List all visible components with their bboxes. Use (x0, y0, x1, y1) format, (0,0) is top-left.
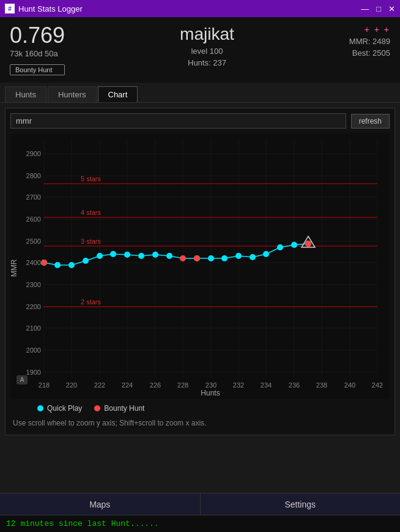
svg-text:2100: 2100 (26, 324, 41, 332)
bountyhunt-dot (94, 405, 100, 411)
tabs: Hunts Hunters Chart (0, 83, 400, 103)
maximize-button[interactable]: □ (376, 4, 381, 13)
titlebar-left: # Hunt Stats Logger (5, 4, 83, 13)
svg-point-68 (166, 253, 172, 259)
svg-text:232: 232 (233, 381, 244, 389)
svg-point-78 (41, 260, 47, 266)
svg-text:5 stars: 5 stars (81, 175, 102, 182)
player-name: majikat (180, 24, 234, 44)
tab-chart[interactable]: Chart (98, 86, 138, 102)
svg-point-76 (291, 242, 297, 248)
settings-button[interactable]: Settings (201, 493, 401, 515)
svg-text:218: 218 (39, 381, 50, 389)
svg-point-81 (305, 241, 311, 247)
svg-text:2300: 2300 (26, 281, 41, 288)
header: 0.769 73k 160d 50a Bounty Hunt majikat l… (0, 17, 400, 83)
chart-svg-container: 1900 2000 2100 2200 2300 2400 2500 2600 … (10, 133, 390, 399)
app-title: Hunt Stats Logger (18, 4, 83, 13)
stat-left: 0.769 73k 160d 50a Bounty Hunt (10, 24, 65, 75)
stat-center: majikat level 100 Hunts: 237 (180, 24, 234, 67)
app-icon: # (5, 4, 15, 13)
svg-point-79 (180, 255, 186, 261)
svg-point-60 (54, 262, 61, 268)
svg-point-65 (124, 252, 130, 258)
minimize-button[interactable]: — (361, 4, 369, 13)
svg-text:2 stars: 2 stars (81, 298, 102, 305)
svg-text:A: A (20, 377, 24, 383)
svg-point-72 (235, 253, 242, 259)
svg-point-66 (138, 253, 144, 259)
svg-text:236: 236 (289, 381, 300, 389)
svg-text:242: 242 (372, 381, 383, 389)
tab-hunters[interactable]: Hunters (48, 86, 97, 102)
svg-text:4 stars: 4 stars (81, 209, 102, 216)
svg-point-64 (110, 251, 116, 257)
svg-point-71 (221, 255, 228, 261)
svg-text:230: 230 (206, 381, 217, 389)
chart-svg: 1900 2000 2100 2200 2300 2400 2500 2600 … (10, 133, 383, 397)
svg-text:1900: 1900 (26, 369, 41, 376)
svg-text:Hunts: Hunts (201, 389, 220, 397)
stars-icon: + + + (365, 24, 390, 34)
player-hunts: Hunts: 237 (188, 58, 226, 67)
svg-point-61 (69, 262, 75, 268)
svg-point-67 (152, 252, 158, 258)
bounty-badge: Bounty Hunt (10, 64, 65, 75)
svg-text:2500: 2500 (26, 238, 41, 245)
svg-text:224: 224 (122, 381, 133, 389)
svg-text:220: 220 (66, 381, 77, 389)
legend-bountyhunt: Bounty Hunt (94, 404, 144, 413)
statusbar-text: 12 minutes since last Hunt...... (6, 519, 159, 528)
svg-point-70 (208, 255, 214, 261)
mmr-current: MMR: 2489 (349, 37, 390, 46)
close-button[interactable]: ✕ (388, 4, 395, 13)
scroll-hint: Use scroll wheel to zoom y axis; Shift+s… (10, 415, 390, 430)
mmr-value: 0.769 (10, 24, 65, 47)
tab-hunts[interactable]: Hunts (5, 86, 46, 102)
svg-text:238: 238 (316, 381, 327, 389)
statusbar: 12 minutes since last Hunt...... (0, 515, 400, 532)
svg-text:MMR: MMR (10, 259, 18, 277)
bountyhunt-label: Bounty Hunt (104, 404, 144, 413)
maps-button[interactable]: Maps (0, 493, 201, 515)
refresh-button[interactable]: refresh (351, 114, 390, 129)
svg-text:2900: 2900 (26, 150, 41, 157)
stat-right: + + + MMR: 2489 Best: 2505 (349, 24, 390, 58)
svg-point-63 (97, 253, 103, 259)
svg-text:2600: 2600 (26, 215, 41, 223)
svg-text:2400: 2400 (26, 259, 41, 266)
svg-text:3 stars: 3 stars (81, 238, 102, 245)
svg-point-62 (83, 258, 89, 264)
player-level: level 100 (191, 47, 223, 56)
svg-text:2700: 2700 (26, 193, 41, 201)
svg-text:2800: 2800 (26, 172, 41, 179)
quickplay-label: Quick Play (47, 404, 82, 413)
svg-text:226: 226 (150, 381, 161, 389)
svg-point-80 (194, 255, 200, 261)
svg-point-74 (263, 251, 269, 257)
mmr-best: Best: 2505 (352, 48, 390, 58)
stat-sub: 73k 160d 50a (10, 49, 65, 58)
titlebar: # Hunt Stats Logger — □ ✕ (0, 0, 400, 17)
chart-container: mmr refresh (5, 108, 395, 435)
svg-point-75 (277, 244, 283, 250)
window-controls[interactable]: — □ ✕ (361, 4, 395, 13)
chart-controls: mmr refresh (10, 113, 390, 129)
svg-text:228: 228 (177, 381, 188, 389)
svg-text:2200: 2200 (26, 303, 41, 310)
legend-quickplay: Quick Play (37, 404, 82, 413)
svg-text:240: 240 (344, 381, 355, 389)
svg-text:2000: 2000 (26, 347, 41, 354)
svg-text:222: 222 (94, 381, 105, 389)
chart-dropdown[interactable]: mmr (10, 113, 346, 129)
chart-legend: Quick Play Bounty Hunt (10, 399, 390, 415)
svg-point-73 (250, 254, 256, 260)
svg-text:234: 234 (261, 381, 272, 389)
bottom-buttons: Maps Settings (0, 493, 400, 515)
quickplay-dot (37, 405, 43, 411)
